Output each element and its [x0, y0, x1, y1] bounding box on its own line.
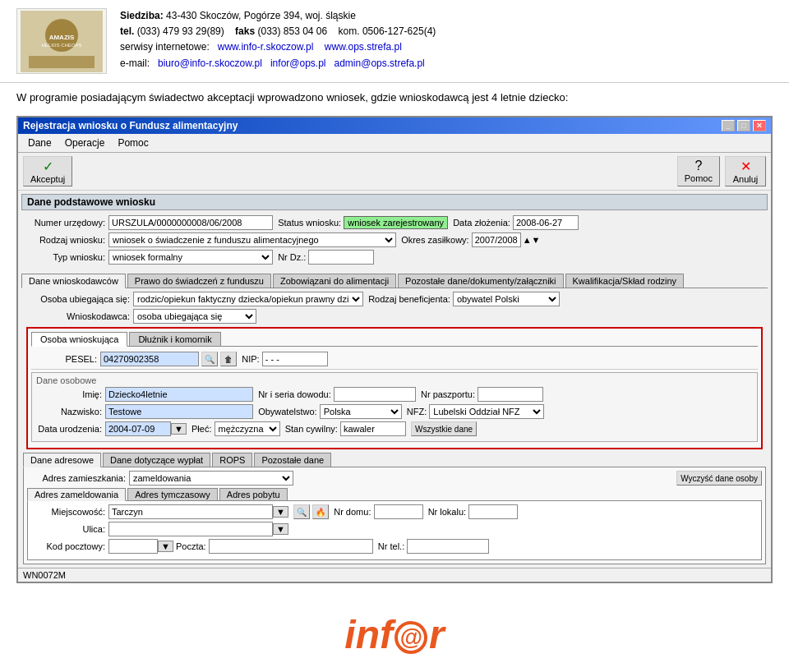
plec-label: Płeć:: [191, 424, 211, 434]
tab-zobowiazani[interactable]: Zobowiązani do alimentacji: [273, 274, 396, 288]
plec-select[interactable]: mężczyzna: [215, 421, 280, 436]
tab-rops[interactable]: ROPS: [212, 453, 252, 467]
nr-seria-input[interactable]: [334, 387, 416, 402]
data-ur-input[interactable]: [105, 421, 171, 436]
nr-domu-label: Nr domu:: [334, 507, 371, 517]
osoba-select[interactable]: rodzic/opiekun faktyczny dziecka/opiekun…: [133, 292, 363, 306]
help-button[interactable]: ? Pomoc: [677, 156, 720, 186]
infor-logo: inf@r: [344, 612, 444, 657]
kod-input[interactable]: [108, 539, 158, 554]
nr-tel-label: Nr tel.:: [378, 541, 404, 551]
cancel-button[interactable]: ✕ Anuluj: [725, 156, 766, 186]
miejscowosc-dropdown[interactable]: ▼: [273, 506, 288, 518]
email3-link[interactable]: admin@ops.strefa.pl: [335, 58, 425, 69]
miejscowosc-row: Miejscowość: ▼ 🔍 🔥 Nr domu: Nr lokalu:: [31, 504, 758, 519]
tab-dane-wnioskodawcow[interactable]: Dane wnioskodawców: [21, 274, 126, 288]
svg-text:AMAZIS: AMAZIS: [49, 34, 75, 41]
tab-prawo[interactable]: Prawo do świadczeń z funduszu: [127, 274, 271, 288]
help-label: Pomoc: [685, 173, 713, 183]
intro-text: W programie posiadającym świadectwo akce…: [16, 91, 568, 104]
miejscowosc-search-icon[interactable]: 🔍: [293, 504, 310, 519]
minimize-button[interactable]: _: [722, 120, 735, 131]
svg-rect-4: [29, 56, 95, 68]
ulica-input[interactable]: [108, 522, 273, 536]
nr-lokalu-input[interactable]: [468, 504, 518, 519]
poczta-input[interactable]: [209, 539, 373, 554]
url2-link[interactable]: www.ops.strefa.pl: [325, 41, 402, 53]
tab-wyplaty[interactable]: Dane dotyczące wypłat: [103, 453, 210, 467]
okres-input[interactable]: [472, 232, 521, 247]
email1-link[interactable]: biuro@info-r.skoczow.pl: [158, 58, 262, 69]
email-label: e-mail:: [120, 58, 150, 69]
data-zlozenia-label: Data złożenia:: [453, 218, 510, 228]
nazwisko-input[interactable]: [105, 404, 253, 419]
ulica-dropdown[interactable]: ▼: [273, 523, 288, 535]
nr-domu-input[interactable]: [374, 504, 423, 519]
menu-dane[interactable]: Dane: [21, 136, 58, 150]
kod-dropdown[interactable]: ▼: [158, 541, 173, 552]
wnioskodawca-label: Wnioskodawca:: [23, 311, 130, 321]
nr-dz-input[interactable]: [308, 250, 374, 265]
tab-pozostale-dane[interactable]: Pozostałe dane: [254, 453, 331, 467]
maximize-button[interactable]: □: [737, 120, 750, 131]
tab-adresowe[interactable]: Dane adresowe: [23, 453, 101, 467]
inner-tabs-bar: Osoba wnioskująca Dłużnik i komornik: [31, 332, 758, 347]
numer-input[interactable]: [108, 215, 273, 230]
svg-text:HELIOS CHEOPS: HELIOS CHEOPS: [41, 43, 81, 48]
nr-tel-input[interactable]: [407, 539, 489, 554]
nfz-select[interactable]: Lubelski Oddział NFZ: [429, 404, 544, 419]
tel-value: (033) 479 93 29(89): [137, 25, 224, 37]
adres-zamieszkania-select[interactable]: zameldowania: [129, 471, 293, 486]
rodzaj-beneficjenta-label: Rodzaj beneficjenta:: [368, 294, 450, 304]
stan-cywilny-input[interactable]: [340, 421, 406, 436]
main-tabs-bar: Dane wnioskodawców Prawo do świadczeń z …: [21, 274, 768, 288]
inner-tab-wnioskujaca[interactable]: Osoba wnioskująca: [31, 332, 127, 347]
wnioskodawca-select[interactable]: osoba ubiegająca się: [133, 309, 256, 324]
miejscowosc-input[interactable]: [108, 504, 273, 519]
miejscowosc-fire-icon[interactable]: 🔥: [312, 504, 329, 519]
menu-operacje[interactable]: Operacje: [58, 136, 112, 150]
nr-paszportu-input[interactable]: [478, 387, 543, 402]
menu-pomoc[interactable]: Pomoc: [111, 136, 155, 150]
tab-tymczasowy[interactable]: Adres tymczasowy: [127, 488, 218, 500]
rodzaj-row: Rodzaj wniosku: wniosek o świadczenie z …: [23, 232, 766, 247]
poczta-label: Poczta:: [176, 541, 206, 551]
data-zlozenia-input[interactable]: [513, 215, 579, 230]
intro-paragraph: W programie posiadającym świadectwo akce…: [0, 83, 789, 112]
header-contact: Siedziba: 43-430 Skoczów, Pogórze 394, w…: [120, 8, 436, 71]
basic-form: Numer urzędowy: Status wniosku: wniosek …: [18, 212, 771, 270]
rodzaj-label: Rodzaj wniosku:: [23, 235, 105, 245]
typ-select[interactable]: wniosek formalny: [108, 250, 273, 265]
numer-row: Numer urzędowy: Status wniosku: wniosek …: [23, 215, 766, 230]
tel-label: tel.: [120, 25, 134, 37]
pesel-input[interactable]: [100, 352, 199, 366]
accept-label: Akceptuj: [30, 174, 65, 184]
wszystkie-dane-button[interactable]: Wszystkie dane: [411, 421, 477, 436]
tab-pobytu[interactable]: Adres pobytu: [219, 488, 288, 500]
osoba-row: Osoba ubiegająca się: rodzic/opiekun fak…: [23, 292, 766, 306]
tab-pozostale[interactable]: Pozostałe dane/dokumenty/załączniki: [398, 274, 563, 288]
inner-tab-dluznik[interactable]: Dłużnik i komornik: [129, 332, 220, 346]
kod-label: Kod pocztowy:: [31, 541, 105, 551]
email2-link[interactable]: infor@ops.pl: [270, 58, 326, 69]
obywatelstwo-select[interactable]: Polska: [320, 404, 402, 419]
logo-svg: AMAZIS HELIOS CHEOPS: [21, 11, 103, 72]
status-text: WN0072M: [23, 570, 66, 580]
rodzaj-select[interactable]: wniosek o świadczenie z funduszu aliment…: [108, 232, 396, 247]
data-ur-dropdown[interactable]: ▼: [171, 423, 187, 435]
tab-zameldowania[interactable]: Adres zameldowania: [27, 488, 126, 501]
nip-input[interactable]: [262, 352, 328, 366]
close-button[interactable]: ✕: [753, 120, 766, 131]
address-text: 43-430 Skoczów, Pogórze 394, woj. śląski…: [166, 10, 356, 21]
pesel-search-icon[interactable]: 🔍: [201, 352, 218, 366]
url1-link[interactable]: www.info-r.skoczow.pl: [218, 41, 314, 53]
wyczysc-button[interactable]: Wyczyść dane osoby: [676, 471, 762, 486]
rodzaj-beneficjenta-select[interactable]: obywatel Polski: [453, 292, 560, 306]
cancel-label: Anuluj: [733, 174, 759, 184]
pesel-clear-icon[interactable]: 🗑: [220, 352, 237, 366]
nip-label: NIP:: [242, 354, 259, 364]
accept-button[interactable]: ✓ Akceptuj: [23, 156, 72, 186]
window-controls[interactable]: _ □ ✕: [722, 120, 766, 131]
imie-input[interactable]: [105, 387, 253, 402]
tab-kwalifikacja[interactable]: Kwalifikacja/Skład rodziny: [565, 274, 685, 288]
